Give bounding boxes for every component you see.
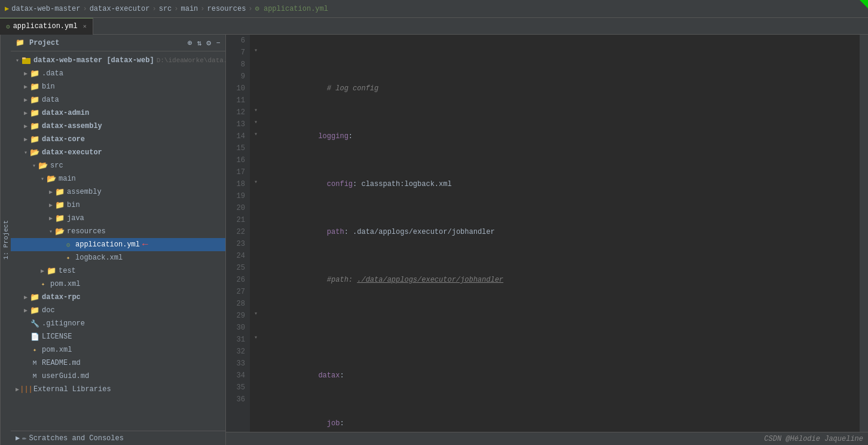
breadcrumb-item-2[interactable]: datax-executor xyxy=(90,5,150,13)
tree-label: bin xyxy=(67,201,80,209)
tree-item-src[interactable]: ▾ 📂 src xyxy=(11,159,225,172)
tree-label: data xyxy=(42,96,59,104)
scratches-and-consoles[interactable]: ▶ ✏ Scratches and Consoles xyxy=(11,431,225,445)
tree-item-datax-executor[interactable]: ▾ 📂 datax-executor xyxy=(11,146,225,159)
tree-item-data[interactable]: ▶ 📁 data xyxy=(11,93,225,106)
tree-label: datax-admin xyxy=(42,109,89,117)
folder-icon: 📁 xyxy=(55,214,65,223)
folder-icon: 📁 xyxy=(16,38,25,47)
tree-label: datax-core xyxy=(42,135,85,144)
fold-btn-31[interactable]: ▾ xyxy=(250,334,262,346)
tree-item-logback-xml[interactable]: ✦ logback.xml xyxy=(11,251,225,264)
code-line-11 xyxy=(267,310,855,322)
tree-label: External Libraries xyxy=(33,385,111,394)
tab-close-button[interactable]: ✕ xyxy=(83,23,87,30)
tree-item-resources[interactable]: ▾ 📂 resources xyxy=(11,225,225,238)
fold-gutter: ▾ ▾ ▾ ▾ ▾ xyxy=(250,35,262,432)
tree-item-gitignore[interactable]: 🔧 .gitignore xyxy=(11,317,225,330)
tree-label: assembly xyxy=(67,188,102,196)
tree-label: logback.xml xyxy=(75,254,123,262)
code-line-12: datax: xyxy=(267,358,855,370)
xml-file-icon: ✦ xyxy=(38,279,48,289)
expand-arrow: ▾ xyxy=(13,57,22,64)
breadcrumb: ▶ datax-web-master › datax-executor › sr… xyxy=(5,4,328,13)
tree-item-pom-executor[interactable]: ✦ pom.xml xyxy=(11,278,225,291)
tree-item-datax-admin[interactable]: ▶ 📁 datax-admin xyxy=(11,106,225,120)
arrow-indicator: ← xyxy=(142,239,148,250)
editor-content[interactable]: 6 7 8 9 10 11 12 13 14 15 16 17 18 19 20… xyxy=(226,35,868,432)
tree-label: .data xyxy=(42,69,63,78)
fold-btn-29[interactable]: ▾ xyxy=(250,310,262,322)
tree-item-test[interactable]: ▶ 📁 test xyxy=(11,264,225,278)
tree-label: java xyxy=(67,214,84,222)
tree-label: datax-executor xyxy=(42,148,102,157)
tree-label: pom.xml xyxy=(42,346,72,354)
corner-indicator xyxy=(860,0,868,8)
hide-icon[interactable]: – xyxy=(216,38,221,48)
tree-item-external-libs[interactable]: ▶ ||| External Libraries xyxy=(11,383,225,396)
yaml-tab-icon: ⚙ xyxy=(6,23,10,31)
status-bar: CSDN @Hélodie Jaqueline xyxy=(226,432,868,445)
git-file-icon: 🔧 xyxy=(30,319,39,328)
tree-item-license[interactable]: 📄 LICENSE xyxy=(11,330,225,343)
code-line-10: #path: ./data/applogs/executor/jobhandle… xyxy=(267,262,855,274)
tree-item-bin2[interactable]: ▶ 📁 bin xyxy=(11,199,225,212)
tree-label: resources xyxy=(67,227,106,236)
folder-icon: 📁 xyxy=(30,95,39,105)
tree-label: datax-rpc xyxy=(42,293,81,301)
breadcrumb-item-1[interactable]: datax-web-master xyxy=(11,5,80,13)
tree-label: test xyxy=(59,267,76,275)
tree-item-bin[interactable]: ▶ 📁 bin xyxy=(11,80,225,93)
svg-rect-1 xyxy=(22,57,26,59)
folder-icon: 📁 xyxy=(30,82,39,92)
folder-icon: 📁 xyxy=(30,292,39,302)
tree-item-datax-assembly[interactable]: ▶ 📁 datax-assembly xyxy=(11,120,225,133)
code-line-8: config: classpath:logback.xml xyxy=(267,166,855,178)
fold-btn-13[interactable]: ▾ xyxy=(250,118,262,130)
code-editor[interactable]: # log config logging: config: classpath:… xyxy=(262,35,860,432)
sidebar-title: Project xyxy=(29,39,59,47)
tree-item-pom-root[interactable]: ✦ pom.xml xyxy=(11,343,225,356)
breadcrumb-item-4[interactable]: main xyxy=(181,5,198,13)
settings-icon[interactable]: ⚙ xyxy=(206,38,211,48)
tree-path: D:\ideaWorke\data... xyxy=(157,57,225,64)
tree-item-doc[interactable]: ▶ 📁 doc xyxy=(11,304,225,317)
project-icon: ▶ xyxy=(5,4,9,13)
tree-item-readme[interactable]: M README.md xyxy=(11,356,225,370)
tree-label: datax-web-master [datax-web] xyxy=(33,56,154,65)
tree-item-userguid[interactable]: M userGuid.md xyxy=(11,370,225,383)
fold-btn-18[interactable]: ▾ xyxy=(250,178,262,190)
breadcrumb-item-6[interactable]: ⚙ application.yml xyxy=(255,4,328,13)
project-folder-icon xyxy=(22,56,31,65)
editor-scrollbar[interactable] xyxy=(860,35,868,432)
tree-label: src xyxy=(50,161,63,170)
locate-icon[interactable]: ⊕ xyxy=(188,38,192,48)
tree-item-java[interactable]: ▶ 📁 java xyxy=(11,212,225,225)
tree-label: application.yml xyxy=(75,240,140,249)
project-panel-label[interactable]: 1: Project xyxy=(0,35,11,445)
tree-item-main[interactable]: ▾ 📂 main xyxy=(11,172,225,185)
license-file-icon: 📄 xyxy=(30,332,39,342)
folder-open-icon: 📂 xyxy=(30,148,39,157)
tree-label: LICENSE xyxy=(42,333,72,341)
tree-label: .gitignore xyxy=(42,319,85,328)
breadcrumb-item-5[interactable]: resources xyxy=(207,5,246,13)
breadcrumb-item-3[interactable]: src xyxy=(159,5,172,13)
tree-item-datax-web-master[interactable]: ▾ datax-web-master [datax-web] D:\ideaWo… xyxy=(11,54,225,67)
tree-item-application-yml[interactable]: ⚙ application.yml ← xyxy=(11,238,225,251)
tree-item-datax-core[interactable]: ▶ 📁 datax-core xyxy=(11,133,225,146)
collapse-icon[interactable]: ⇅ xyxy=(197,38,202,48)
fold-btn-14[interactable]: ▾ xyxy=(250,130,262,142)
tree-label: bin xyxy=(42,83,55,91)
watermark: CSDN @Hélodie Jaqueline xyxy=(764,435,863,443)
fold-btn-12[interactable]: ▾ xyxy=(250,106,262,118)
tree-item-assembly[interactable]: ▶ 📁 assembly xyxy=(11,185,225,199)
editor-area: 6 7 8 9 10 11 12 13 14 15 16 17 18 19 20… xyxy=(226,35,868,445)
libs-icon: ||| xyxy=(22,385,31,394)
tree-item-datax-rpc[interactable]: ▶ 📁 datax-rpc xyxy=(11,291,225,304)
tree-label: doc xyxy=(42,306,55,315)
tab-application-yml[interactable]: ⚙ application.yml ✕ xyxy=(0,18,93,35)
tree-label: pom.xml xyxy=(50,280,80,288)
fold-btn-7[interactable]: ▾ xyxy=(250,47,262,59)
tree-item-data-hidden[interactable]: ▶ 📁 .data xyxy=(11,67,225,80)
